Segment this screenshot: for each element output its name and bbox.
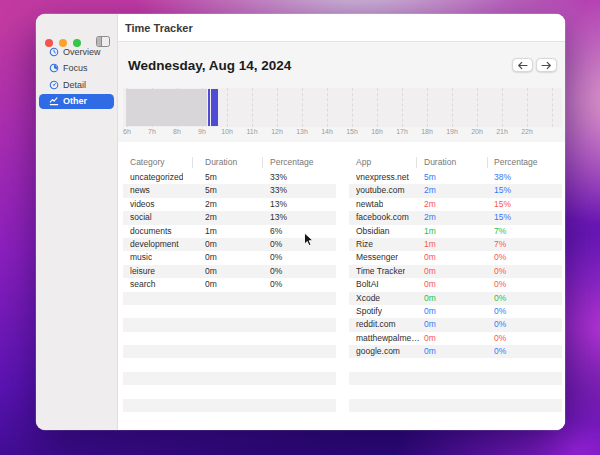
- table-row: [123, 358, 336, 371]
- column-header-duration[interactable]: Duration: [205, 156, 237, 169]
- sidebar-item-detail[interactable]: Detail: [39, 77, 114, 93]
- table-row: [349, 399, 562, 412]
- table-row[interactable]: Messenger0m0%: [349, 251, 562, 264]
- table-row: [123, 292, 336, 305]
- table-row[interactable]: uncategorized5m33%: [123, 171, 336, 184]
- column-header-duration[interactable]: Duration: [424, 156, 456, 169]
- cell-name: development: [130, 238, 179, 251]
- table-row[interactable]: google.com0m0%: [349, 345, 562, 358]
- cell-duration: 0m: [424, 345, 436, 358]
- sidebar-item-overview[interactable]: Overview: [39, 44, 114, 60]
- column-header-percentage[interactable]: Percentage: [270, 156, 313, 169]
- cell-name: search: [130, 278, 156, 291]
- table-row[interactable]: reddit.com0m0%: [349, 318, 562, 331]
- table-row[interactable]: facebook.com2m15%: [349, 211, 562, 224]
- cell-name: Rize: [356, 238, 373, 251]
- table-row[interactable]: BoltAI0m0%: [349, 278, 562, 291]
- table-row: [349, 358, 562, 371]
- cell-percentage: 15%: [494, 211, 511, 224]
- timer-icon: [49, 63, 59, 73]
- cell-duration: 0m: [205, 265, 217, 278]
- table-row[interactable]: videos2m13%: [123, 198, 336, 211]
- table-row[interactable]: matthewpalmer....0m0%: [349, 332, 562, 345]
- cell-name: Obsidian: [356, 225, 390, 238]
- cell-name: matthewpalmer....: [356, 332, 420, 345]
- cell-name: documents: [130, 225, 172, 238]
- table-row[interactable]: Xcode0m0%: [349, 292, 562, 305]
- cell-percentage: 33%: [270, 184, 287, 197]
- table-row[interactable]: Rize1m7%: [349, 238, 562, 251]
- hour-gridline: [552, 88, 553, 127]
- hour-gridline: [277, 88, 278, 127]
- clock-icon: [49, 47, 59, 57]
- cell-name: vnexpress.net: [356, 171, 409, 184]
- cell-name: Messenger: [356, 251, 398, 264]
- cell-duration: 0m: [424, 265, 436, 278]
- hour-tick-label: 6h: [115, 128, 139, 135]
- timeline-segment-no-data: [126, 89, 207, 126]
- sidebar-item-label: Detail: [63, 80, 86, 90]
- date-nav: [512, 58, 557, 72]
- cell-percentage: 0%: [494, 318, 506, 331]
- hour-tick-label: 16h: [365, 128, 389, 135]
- hour-tick-label: 10h: [215, 128, 239, 135]
- table-row[interactable]: newtab2m15%: [349, 198, 562, 211]
- cell-duration: 1m: [205, 225, 217, 238]
- cell-name: reddit.com: [356, 318, 396, 331]
- cell-name: BoltAI: [356, 278, 379, 291]
- cell-duration: 5m: [205, 184, 217, 197]
- date-header: Wednesday, Aug 14, 2024: [118, 42, 565, 88]
- titlebar: Time Tracker: [118, 14, 565, 42]
- previous-day-button[interactable]: [512, 58, 533, 72]
- cell-percentage: 0%: [270, 278, 282, 291]
- cell-duration: 0m: [205, 238, 217, 251]
- sidebar-item-other[interactable]: Other: [39, 94, 114, 110]
- next-day-button[interactable]: [536, 58, 557, 72]
- cell-percentage: 15%: [494, 184, 511, 197]
- table-row[interactable]: music0m0%: [123, 251, 336, 264]
- sidebar-item-label: Overview: [63, 47, 101, 57]
- cell-name: music: [130, 251, 152, 264]
- table-row[interactable]: Spotify0m0%: [349, 305, 562, 318]
- table-row: [123, 332, 336, 345]
- hour-tick-label: 21h: [490, 128, 514, 135]
- cell-name: newtab: [356, 198, 383, 211]
- hour-tick-label: 9h: [190, 128, 214, 135]
- cell-duration: 0m: [205, 251, 217, 264]
- cell-percentage: 7%: [494, 238, 506, 251]
- hour-gridline: [402, 88, 403, 127]
- sidebar-items: OverviewFocusDetailOther: [39, 44, 114, 110]
- cell-name: social: [130, 211, 152, 224]
- mouse-cursor: [303, 232, 314, 248]
- cell-duration: 0m: [424, 292, 436, 305]
- table-row[interactable]: Time Tracker0m0%: [349, 265, 562, 278]
- sidebar-item-focus[interactable]: Focus: [39, 61, 114, 77]
- table-row[interactable]: news5m33%: [123, 184, 336, 197]
- column-header-app[interactable]: App: [356, 156, 371, 169]
- cell-duration: 0m: [205, 278, 217, 291]
- hour-tick-label: 17h: [390, 128, 414, 135]
- cell-percentage: 38%: [494, 171, 511, 184]
- table-row[interactable]: vnexpress.net5m38%: [349, 171, 562, 184]
- table-header: CategoryDurationPercentage: [123, 156, 336, 171]
- hour-gridline: [452, 88, 453, 127]
- cell-duration: 5m: [205, 171, 217, 184]
- table-row[interactable]: social2m13%: [123, 211, 336, 224]
- column-header-percentage[interactable]: Percentage: [494, 156, 537, 169]
- table-row: [123, 318, 336, 331]
- sidebar: OverviewFocusDetailOther: [36, 14, 118, 430]
- table-row[interactable]: youtube.com2m15%: [349, 184, 562, 197]
- table-header: AppDurationPercentage: [349, 156, 562, 171]
- cell-name: news: [130, 184, 150, 197]
- hour-gridline: [327, 88, 328, 127]
- cell-percentage: 0%: [270, 251, 282, 264]
- column-header-category[interactable]: Category: [130, 156, 165, 169]
- table-row[interactable]: Obsidian1m7%: [349, 225, 562, 238]
- timeline-segment-tracked-activity: [211, 89, 218, 126]
- cell-percentage: 0%: [494, 292, 506, 305]
- hour-tick-label: 20h: [465, 128, 489, 135]
- table-row[interactable]: leisure0m0%: [123, 265, 336, 278]
- hour-gridline: [227, 88, 228, 127]
- table-row[interactable]: search0m0%: [123, 278, 336, 291]
- hour-gridline: [352, 88, 353, 127]
